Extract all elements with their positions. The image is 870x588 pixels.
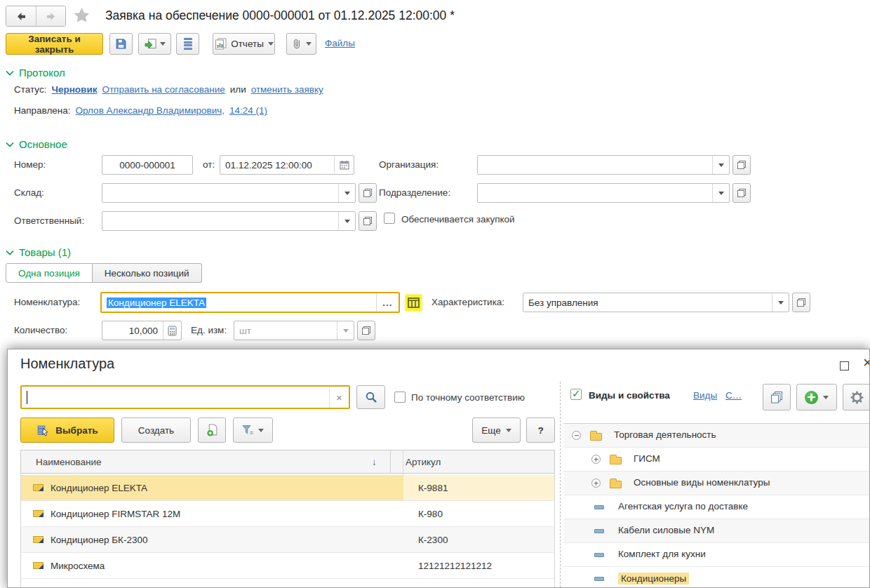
create-button[interactable]: Создать xyxy=(121,417,191,443)
help-button[interactable]: ? xyxy=(526,417,555,443)
dropdown-arrow-icon xyxy=(258,429,264,432)
cancel-request-link[interactable]: отменить заявку xyxy=(251,84,323,95)
tree-row[interactable]: ГИСМ xyxy=(563,448,870,472)
goods-section-title: Товары (1) xyxy=(19,246,71,258)
column-header-sku[interactable]: Артикул xyxy=(391,457,441,467)
characteristic-combobox[interactable]: Без управления xyxy=(523,293,789,312)
dropdown-arrow-icon[interactable] xyxy=(337,321,354,340)
unit-combobox[interactable]: шт xyxy=(234,321,354,340)
calendar-button[interactable] xyxy=(334,156,354,174)
back-button[interactable] xyxy=(6,6,36,26)
forward-button[interactable] xyxy=(36,6,65,26)
panel-splitter[interactable] xyxy=(560,382,561,587)
dropdown-arrow-icon[interactable] xyxy=(772,293,789,312)
department-open-button[interactable] xyxy=(732,183,751,203)
clear-search-button[interactable]: × xyxy=(329,387,349,408)
protocol-section-title: Протокол xyxy=(19,67,65,79)
responsible-open-button[interactable] xyxy=(359,211,377,231)
chevron-down-icon xyxy=(6,142,14,147)
date-field[interactable]: 01.12.2025 12:00:00 xyxy=(220,155,354,175)
save-button[interactable] xyxy=(109,33,133,55)
organization-open-button[interactable] xyxy=(732,155,751,175)
sort-descending-icon[interactable]: ↓ xyxy=(372,457,390,467)
calculator-button[interactable] xyxy=(163,321,181,340)
quantity-field[interactable]: 10,000 xyxy=(102,321,182,340)
tree-row[interactable]: Основные виды номенклатуры xyxy=(563,472,870,495)
dropdown-arrow-icon[interactable] xyxy=(712,156,729,174)
compare-copy-button[interactable] xyxy=(763,384,791,410)
search-input[interactable]: × xyxy=(20,385,350,409)
favorite-star-icon[interactable] xyxy=(72,6,91,25)
table-row[interactable]: Кондиционер БК-2300 К-2300 xyxy=(21,527,554,553)
open-pages-icon xyxy=(363,189,372,197)
document-structure-button[interactable] xyxy=(176,33,199,55)
attachments-button[interactable] xyxy=(286,33,316,55)
collapse-expander-icon[interactable] xyxy=(572,431,581,440)
table-row[interactable]: Микросхема 12121212121212 xyxy=(21,553,554,579)
nomenclature-field[interactable]: Кондиционер ELEKTA ... xyxy=(100,292,400,313)
tree-row[interactable]: Агентская услуга по доставке xyxy=(563,495,870,519)
tree-row[interactable]: Кабели силовые NYM xyxy=(563,519,870,543)
tab-single-position[interactable]: Одна позиция xyxy=(6,263,93,283)
tree-row[interactable]: Торговая деятельность xyxy=(563,424,870,448)
window-maximize-button[interactable] xyxy=(840,361,849,370)
row-sku: К-9881 xyxy=(403,475,554,500)
create-type-button[interactable] xyxy=(796,384,837,410)
sent-time-link[interactable]: 14:24 (1) xyxy=(229,105,267,116)
status-value-link[interactable]: Черновик xyxy=(51,84,97,95)
tree-row[interactable]: Кондиционеры xyxy=(563,567,870,588)
calendar-icon xyxy=(340,160,349,170)
tree-item-label: ГИСМ xyxy=(634,453,660,464)
department-combobox[interactable] xyxy=(477,183,730,203)
more-button[interactable]: Еще xyxy=(472,417,521,443)
settings-button[interactable] xyxy=(843,384,870,410)
general-section-header[interactable]: Основное xyxy=(6,138,67,150)
nomenclature-item-icon xyxy=(33,510,44,517)
purchase-checkbox[interactable] xyxy=(384,213,395,224)
post-document-icon xyxy=(145,39,156,50)
goods-section-header[interactable]: Товары (1) xyxy=(6,246,71,258)
save-and-close-button[interactable]: Записать и закрыть xyxy=(6,33,103,55)
report-chart-icon xyxy=(214,38,227,50)
organization-combobox[interactable] xyxy=(477,155,730,175)
or-text: или xyxy=(230,84,246,95)
warehouse-open-button[interactable] xyxy=(359,183,377,203)
create-group-button[interactable] xyxy=(198,417,226,443)
dropdown-arrow-icon[interactable] xyxy=(712,184,729,202)
warehouse-combobox[interactable] xyxy=(102,183,356,203)
post-document-button[interactable] xyxy=(138,33,171,55)
column-header-name[interactable]: Наименование xyxy=(21,457,372,467)
exact-match-checkbox[interactable] xyxy=(394,392,406,403)
reports-button[interactable]: Отчеты xyxy=(213,33,275,55)
table-row[interactable]: Кондиционер FIRMSTAR 12М К-980 xyxy=(21,501,554,527)
nomenclature-selected-text: Кондиционер ELEKTA xyxy=(107,298,206,308)
properties-link-truncated[interactable]: С… xyxy=(725,390,742,401)
protocol-section-header[interactable]: Протокол xyxy=(6,67,65,79)
types-panel-title: Виды и свойства xyxy=(589,390,670,401)
characteristic-open-button[interactable] xyxy=(792,293,810,312)
table-row[interactable]: Кондиционер ELEKTA К-9881 xyxy=(21,475,554,501)
search-button[interactable] xyxy=(356,385,385,409)
dropdown-arrow-icon[interactable] xyxy=(338,212,355,230)
expand-expander-icon[interactable] xyxy=(591,455,601,464)
filter-button[interactable] xyxy=(233,417,273,443)
tab-multiple-positions[interactable]: Несколько позиций xyxy=(93,263,202,283)
responsible-combobox[interactable] xyxy=(102,211,356,231)
sent-line: Направлена: Орлов Александр Владимирович… xyxy=(14,105,267,116)
types-link[interactable]: Виды xyxy=(693,390,717,401)
nomenclature-choose-button[interactable]: ... xyxy=(376,293,399,312)
files-link[interactable]: Файлы xyxy=(325,38,355,48)
exact-match-label: По точному соответствию xyxy=(411,392,525,403)
spreadsheet-grid-icon[interactable] xyxy=(406,295,422,311)
tree-row[interactable]: Комплект для кухни xyxy=(563,543,870,567)
window-close-button[interactable]: × xyxy=(863,354,870,372)
expand-expander-icon[interactable] xyxy=(591,479,601,488)
select-button[interactable]: Выбрать xyxy=(20,417,114,443)
characteristic-value: Без управления xyxy=(523,298,772,308)
send-for-approval-link[interactable]: Отправить на согласование xyxy=(102,84,225,95)
sent-person-link[interactable]: Орлов Александр Владимирович, xyxy=(76,105,225,116)
number-field[interactable]: 0000-000001 xyxy=(102,155,193,175)
types-panel-checkbox[interactable] xyxy=(570,389,582,400)
dropdown-arrow-icon[interactable] xyxy=(338,184,355,202)
unit-open-button[interactable] xyxy=(357,321,375,340)
